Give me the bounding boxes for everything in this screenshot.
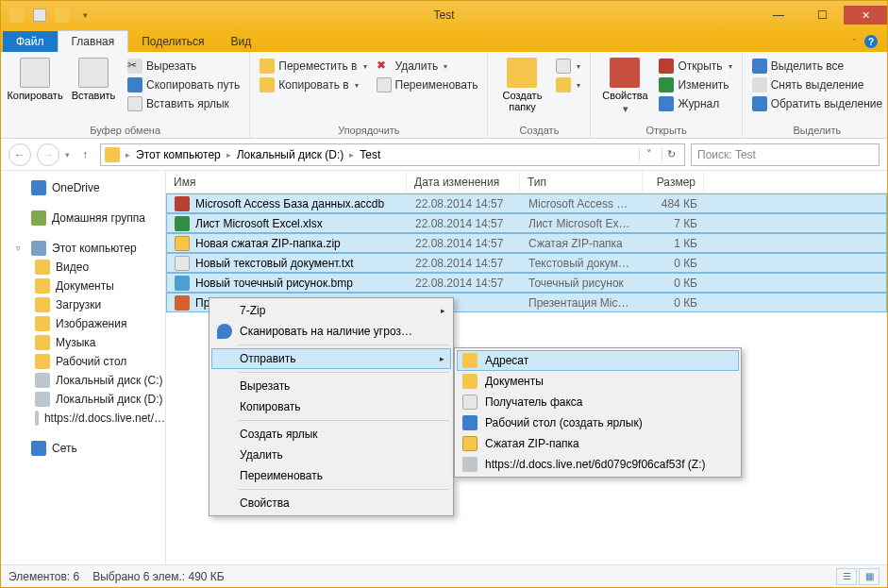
move-to-button[interactable]: Переместить в▾ (258, 58, 368, 75)
ctx-7zip[interactable]: 7-Zip▸ (211, 300, 451, 321)
nav-downloads[interactable]: Загрузки (8, 295, 165, 314)
nav-desktop[interactable]: Рабочий стол (8, 352, 165, 371)
qat-folder-icon[interactable] (7, 5, 27, 25)
copy-to-button[interactable]: Копировать в▾ (258, 76, 368, 93)
select-none-button[interactable]: Снять выделение (750, 76, 885, 93)
status-count: Элементов: 6 (8, 570, 79, 583)
qat-dropdown-icon[interactable]: ▾ (75, 5, 95, 25)
table-row[interactable]: Лист Microsoft Excel.xlsx22.08.2014 14:5… (166, 213, 887, 233)
copy-to-icon (260, 77, 275, 92)
sendto-netloc[interactable]: https://d.docs.live.net/6d079c9f06caf53f… (457, 454, 739, 475)
cut-button[interactable]: ✂Вырезать (126, 58, 242, 75)
minimize-button[interactable] (757, 6, 800, 25)
nav-this-pc[interactable]: ▿Этот компьютер (8, 239, 165, 258)
open-button[interactable]: Открыть▾ (657, 58, 733, 75)
recent-dropdown[interactable]: ▾ (65, 150, 70, 160)
paste-button[interactable]: Вставить (67, 56, 120, 101)
sendto-fax[interactable]: Получатель факса (457, 392, 739, 412)
edit-button[interactable]: Изменить (657, 76, 733, 93)
ctx-send-to[interactable]: Отправить▸ (211, 348, 451, 369)
file-date: 22.08.2014 14:57 (408, 197, 521, 210)
nav-videos[interactable]: Видео (8, 258, 165, 277)
new-folder-button[interactable]: Создать папку (495, 56, 548, 112)
copy-button[interactable]: Копировать (8, 56, 61, 101)
table-row[interactable]: Microsoft Access База данных.accdb22.08.… (166, 193, 887, 213)
nav-homegroup[interactable]: Домашняя группа (8, 209, 165, 227)
back-button[interactable]: ← (8, 143, 31, 166)
ctx-rename[interactable]: Переименовать (211, 465, 451, 486)
forward-button[interactable]: → (37, 143, 59, 166)
ribbon-help[interactable]: ˅? (843, 31, 887, 53)
crumb-this-pc[interactable]: Этот компьютер (136, 148, 221, 161)
nav-network[interactable]: Сеть (8, 439, 165, 458)
ctx-delete[interactable]: Удалить (211, 445, 451, 465)
address-bar[interactable]: ▸ Этот компьютер ▸ Локальный диск (D:) ▸… (100, 143, 685, 166)
table-row[interactable]: Новая сжатая ZIP-папка.zip22.08.2014 14:… (166, 233, 887, 253)
tab-file[interactable]: Файл (3, 31, 58, 52)
view-details-button[interactable]: ☰ (836, 568, 857, 585)
file-size: 0 КБ (644, 257, 705, 270)
nav-onedrive[interactable]: OneDrive (8, 178, 165, 197)
ctx-cut[interactable]: Вырезать (211, 376, 451, 396)
maximize-button[interactable] (800, 6, 844, 25)
edit-icon (659, 77, 674, 92)
properties-button[interactable]: Свойства▾ (598, 56, 651, 114)
history-button[interactable]: Журнал (657, 95, 733, 112)
rename-button[interactable]: Переименовать (375, 76, 480, 93)
crumb-folder[interactable]: Test (360, 148, 380, 161)
ribbon-collapse-icon[interactable]: ˅ (852, 38, 857, 47)
col-name[interactable]: Имя (166, 171, 407, 193)
col-date[interactable]: Дата изменения (407, 171, 520, 193)
view-icons-button[interactable]: ▦ (859, 568, 880, 585)
file-size: 0 КБ (644, 296, 705, 310)
nav-drive-c[interactable]: Локальный диск (C:) (8, 371, 165, 390)
sendto-desktop[interactable]: Рабочий стол (создать ярлык) (457, 412, 739, 433)
file-name: Лист Microsoft Excel.xlsx (195, 217, 323, 230)
qat-new-folder-icon[interactable] (52, 5, 73, 25)
nav-drive-d[interactable]: Локальный диск (D:) (8, 390, 165, 409)
file-icon (175, 216, 190, 231)
col-size[interactable]: Размер (643, 171, 704, 193)
ctx-properties[interactable]: Свойства (211, 493, 451, 513)
easy-access-button[interactable]: ▾ (554, 76, 582, 93)
shield-icon (217, 324, 232, 339)
navigation-pane: OneDrive Домашняя группа ▿Этот компьютер… (1, 171, 166, 564)
copy-path-button[interactable]: Скопировать путь (126, 76, 242, 93)
new-item-icon (556, 59, 571, 74)
nav-music[interactable]: Музыка (8, 333, 165, 352)
file-type: Точечный рисунок (521, 277, 644, 290)
delete-button[interactable]: ✖Удалить▾ (375, 58, 480, 75)
downloads-icon (35, 297, 50, 312)
table-row[interactable]: Новый текстовый документ.txt22.08.2014 1… (166, 253, 887, 273)
invert-selection-button[interactable]: Обратить выделение (750, 95, 885, 112)
refresh-button[interactable]: ↻ (662, 148, 680, 160)
tab-view[interactable]: Вид (217, 31, 264, 52)
sendto-recipient[interactable]: Адресат (457, 350, 739, 371)
open-icon (659, 59, 674, 74)
ctx-scan[interactable]: Сканировать на наличие угроз… (211, 321, 451, 342)
up-button[interactable]: ↑ (75, 145, 94, 164)
new-item-button[interactable]: ▾ (554, 58, 582, 75)
ribbon-tabs: Файл Главная Поделиться Вид ˅? (1, 29, 887, 52)
ctx-shortcut[interactable]: Создать ярлык (211, 424, 451, 445)
table-row[interactable]: Новый точечный рисунок.bmp22.08.2014 14:… (166, 273, 887, 293)
sendto-documents[interactable]: Документы (457, 371, 739, 392)
netdrive-icon (35, 411, 39, 426)
netdrive-icon (462, 457, 478, 472)
ctx-copy[interactable]: Копировать (211, 396, 451, 417)
paste-shortcut-button[interactable]: Вставить ярлык (126, 95, 242, 112)
help-icon[interactable]: ? (864, 35, 878, 48)
col-type[interactable]: Тип (520, 171, 643, 193)
search-input[interactable]: Поиск: Test (691, 143, 880, 166)
select-all-button[interactable]: Выделить все (750, 58, 885, 75)
qat-properties-icon[interactable] (29, 5, 50, 25)
tab-home[interactable]: Главная (58, 30, 129, 52)
crumb-drive[interactable]: Локальный диск (D:) (237, 148, 344, 161)
nav-netdrive[interactable]: https://d.docs.live.net/… (8, 409, 165, 428)
nav-documents[interactable]: Документы (8, 277, 165, 295)
tab-share[interactable]: Поделиться (128, 31, 217, 52)
nav-pictures[interactable]: Изображения (8, 314, 165, 333)
sendto-zip[interactable]: Сжатая ZIP-папка (457, 433, 739, 454)
address-dropdown[interactable]: ˅ (639, 148, 658, 160)
close-button[interactable] (844, 6, 887, 25)
